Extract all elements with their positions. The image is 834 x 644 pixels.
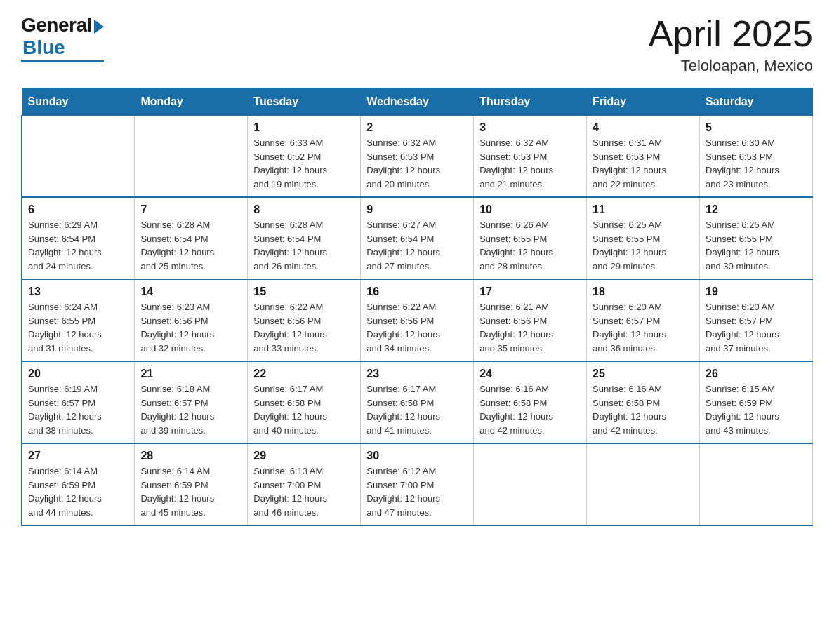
day-info-26: Sunrise: 6:15 AM Sunset: 6:59 PM Dayligh… <box>706 382 807 437</box>
day-number-25: 25 <box>593 368 694 380</box>
day-info-11: Sunrise: 6:25 AM Sunset: 6:55 PM Dayligh… <box>593 218 694 273</box>
day-info-16: Sunrise: 6:22 AM Sunset: 6:56 PM Dayligh… <box>366 300 468 355</box>
day-number-16: 16 <box>366 286 468 298</box>
calendar-cell-w4-d4: 23Sunrise: 6:17 AM Sunset: 6:58 PM Dayli… <box>361 361 474 443</box>
day-number-22: 22 <box>253 368 355 380</box>
day-number-3: 3 <box>479 121 581 134</box>
day-info-14: Sunrise: 6:23 AM Sunset: 6:56 PM Dayligh… <box>140 300 241 355</box>
calendar-cell-w1-d7: 5Sunrise: 6:30 AM Sunset: 6:53 PM Daylig… <box>700 116 813 198</box>
day-info-25: Sunrise: 6:16 AM Sunset: 6:58 PM Dayligh… <box>593 382 694 437</box>
day-number-17: 17 <box>479 286 581 298</box>
calendar-cell-w4-d2: 21Sunrise: 6:18 AM Sunset: 6:57 PM Dayli… <box>135 361 248 443</box>
day-number-5: 5 <box>706 121 807 134</box>
calendar-week-1: 1Sunrise: 6:33 AM Sunset: 6:52 PM Daylig… <box>22 116 813 198</box>
day-number-13: 13 <box>28 286 128 298</box>
calendar-cell-w5-d4: 30Sunrise: 6:12 AM Sunset: 7:00 PM Dayli… <box>361 443 474 525</box>
calendar-cell-w3-d3: 15Sunrise: 6:22 AM Sunset: 6:56 PM Dayli… <box>248 279 361 361</box>
weekday-header-wednesday: Wednesday <box>361 88 474 116</box>
day-info-4: Sunrise: 6:31 AM Sunset: 6:53 PM Dayligh… <box>593 136 694 191</box>
day-info-10: Sunrise: 6:26 AM Sunset: 6:55 PM Dayligh… <box>479 218 581 273</box>
page-header: General Blue April 2025 Teloloapan, Mexi… <box>21 14 813 75</box>
day-number-29: 29 <box>253 450 355 462</box>
calendar-cell-w3-d7: 19Sunrise: 6:20 AM Sunset: 6:57 PM Dayli… <box>700 279 813 361</box>
day-info-15: Sunrise: 6:22 AM Sunset: 6:56 PM Dayligh… <box>253 300 355 355</box>
calendar-cell-w1-d1 <box>22 116 135 198</box>
calendar-cell-w1-d3: 1Sunrise: 6:33 AM Sunset: 6:52 PM Daylig… <box>248 116 361 198</box>
day-info-3: Sunrise: 6:32 AM Sunset: 6:53 PM Dayligh… <box>479 136 581 191</box>
day-info-22: Sunrise: 6:17 AM Sunset: 6:58 PM Dayligh… <box>253 382 355 437</box>
logo-arrow-icon <box>94 20 104 34</box>
weekday-header-thursday: Thursday <box>474 88 587 116</box>
day-number-28: 28 <box>140 450 241 462</box>
calendar-body: 1Sunrise: 6:33 AM Sunset: 6:52 PM Daylig… <box>22 116 813 526</box>
day-info-29: Sunrise: 6:13 AM Sunset: 7:00 PM Dayligh… <box>253 464 355 519</box>
calendar-cell-w5-d1: 27Sunrise: 6:14 AM Sunset: 6:59 PM Dayli… <box>22 443 135 525</box>
calendar-week-2: 6Sunrise: 6:29 AM Sunset: 6:54 PM Daylig… <box>22 197 813 279</box>
day-info-24: Sunrise: 6:16 AM Sunset: 6:58 PM Dayligh… <box>479 382 581 437</box>
title-block: April 2025 Teloloapan, Mexico <box>649 14 813 75</box>
day-number-1: 1 <box>253 121 355 134</box>
calendar-cell-w4-d3: 22Sunrise: 6:17 AM Sunset: 6:58 PM Dayli… <box>248 361 361 443</box>
calendar-cell-w3-d4: 16Sunrise: 6:22 AM Sunset: 6:56 PM Dayli… <box>361 279 474 361</box>
calendar-week-5: 27Sunrise: 6:14 AM Sunset: 6:59 PM Dayli… <box>22 443 813 525</box>
calendar-cell-w2-d5: 10Sunrise: 6:26 AM Sunset: 6:55 PM Dayli… <box>474 197 587 279</box>
day-info-5: Sunrise: 6:30 AM Sunset: 6:53 PM Dayligh… <box>706 136 807 191</box>
day-info-27: Sunrise: 6:14 AM Sunset: 6:59 PM Dayligh… <box>28 464 128 519</box>
day-number-4: 4 <box>593 121 694 134</box>
day-info-30: Sunrise: 6:12 AM Sunset: 7:00 PM Dayligh… <box>366 464 468 519</box>
calendar-cell-w1-d5: 3Sunrise: 6:32 AM Sunset: 6:53 PM Daylig… <box>474 116 587 198</box>
calendar-title: April 2025 <box>649 14 813 54</box>
calendar-cell-w3-d6: 18Sunrise: 6:20 AM Sunset: 6:57 PM Dayli… <box>587 279 700 361</box>
weekday-header-saturday: Saturday <box>700 88 813 116</box>
calendar-cell-w5-d3: 29Sunrise: 6:13 AM Sunset: 7:00 PM Dayli… <box>248 443 361 525</box>
day-info-13: Sunrise: 6:24 AM Sunset: 6:55 PM Dayligh… <box>28 300 128 355</box>
weekday-header-friday: Friday <box>587 88 700 116</box>
day-number-19: 19 <box>706 286 807 298</box>
day-info-18: Sunrise: 6:20 AM Sunset: 6:57 PM Dayligh… <box>593 300 694 355</box>
day-info-19: Sunrise: 6:20 AM Sunset: 6:57 PM Dayligh… <box>706 300 807 355</box>
day-number-30: 30 <box>366 450 468 462</box>
weekday-header-tuesday: Tuesday <box>248 88 361 116</box>
calendar-cell-w4-d1: 20Sunrise: 6:19 AM Sunset: 6:57 PM Dayli… <box>22 361 135 443</box>
day-info-1: Sunrise: 6:33 AM Sunset: 6:52 PM Dayligh… <box>253 136 355 191</box>
calendar-cell-w5-d5 <box>474 443 587 525</box>
weekday-header-monday: Monday <box>135 88 248 116</box>
weekday-header-row: SundayMondayTuesdayWednesdayThursdayFrid… <box>22 88 813 116</box>
day-number-24: 24 <box>479 368 581 380</box>
calendar-cell-w2-d4: 9Sunrise: 6:27 AM Sunset: 6:54 PM Daylig… <box>361 197 474 279</box>
day-number-9: 9 <box>366 203 468 216</box>
calendar-cell-w2-d6: 11Sunrise: 6:25 AM Sunset: 6:55 PM Dayli… <box>587 197 700 279</box>
day-info-21: Sunrise: 6:18 AM Sunset: 6:57 PM Dayligh… <box>140 382 241 437</box>
calendar-header: SundayMondayTuesdayWednesdayThursdayFrid… <box>22 88 813 116</box>
day-info-7: Sunrise: 6:28 AM Sunset: 6:54 PM Dayligh… <box>140 218 241 273</box>
calendar-cell-w1-d4: 2Sunrise: 6:32 AM Sunset: 6:53 PM Daylig… <box>361 116 474 198</box>
day-info-28: Sunrise: 6:14 AM Sunset: 6:59 PM Dayligh… <box>140 464 241 519</box>
day-number-18: 18 <box>593 286 694 298</box>
calendar-week-4: 20Sunrise: 6:19 AM Sunset: 6:57 PM Dayli… <box>22 361 813 443</box>
day-number-27: 27 <box>28 450 128 462</box>
day-number-10: 10 <box>479 203 581 216</box>
calendar-cell-w5-d6 <box>587 443 700 525</box>
calendar-week-3: 13Sunrise: 6:24 AM Sunset: 6:55 PM Dayli… <box>22 279 813 361</box>
calendar-cell-w5-d7 <box>700 443 813 525</box>
day-info-8: Sunrise: 6:28 AM Sunset: 6:54 PM Dayligh… <box>253 218 355 273</box>
day-number-14: 14 <box>140 286 241 298</box>
day-info-20: Sunrise: 6:19 AM Sunset: 6:57 PM Dayligh… <box>28 382 128 437</box>
calendar-cell-w4-d7: 26Sunrise: 6:15 AM Sunset: 6:59 PM Dayli… <box>700 361 813 443</box>
day-number-12: 12 <box>706 203 807 216</box>
day-info-9: Sunrise: 6:27 AM Sunset: 6:54 PM Dayligh… <box>366 218 468 273</box>
calendar-cell-w5-d2: 28Sunrise: 6:14 AM Sunset: 6:59 PM Dayli… <box>135 443 248 525</box>
calendar-cell-w1-d2 <box>135 116 248 198</box>
day-number-8: 8 <box>253 203 355 216</box>
day-info-2: Sunrise: 6:32 AM Sunset: 6:53 PM Dayligh… <box>366 136 468 191</box>
logo-underline <box>21 60 104 62</box>
day-number-2: 2 <box>366 121 468 134</box>
calendar-cell-w2-d3: 8Sunrise: 6:28 AM Sunset: 6:54 PM Daylig… <box>248 197 361 279</box>
day-number-7: 7 <box>140 203 241 216</box>
calendar-cell-w1-d6: 4Sunrise: 6:31 AM Sunset: 6:53 PM Daylig… <box>587 116 700 198</box>
calendar-cell-w2-d2: 7Sunrise: 6:28 AM Sunset: 6:54 PM Daylig… <box>135 197 248 279</box>
logo-blue-text: Blue <box>22 36 65 59</box>
logo-general-text: General <box>21 14 92 36</box>
day-number-26: 26 <box>706 368 807 380</box>
calendar-cell-w3-d5: 17Sunrise: 6:21 AM Sunset: 6:56 PM Dayli… <box>474 279 587 361</box>
